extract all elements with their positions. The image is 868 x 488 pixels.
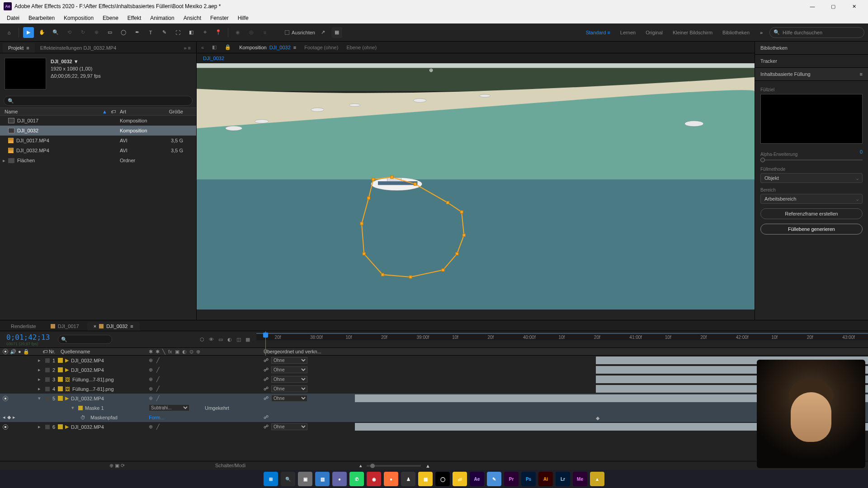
taskbar-app[interactable]: Ae — [470, 472, 484, 486]
content-aware-fill-tab[interactable]: Inhaltsbasierte Füllung≡ — [755, 68, 868, 81]
alpha-value[interactable]: 0 — [860, 149, 863, 157]
ellipse-tool[interactable]: ◯ — [118, 27, 129, 38]
timeline-layer[interactable]: ▸4 🖼Füllung...7-81].png ⊕╱ ☍Ohne — [0, 384, 868, 394]
selection-tool[interactable]: ▶ — [23, 27, 34, 38]
help-search[interactable]: 🔍 Hilfe durchsuchen — [769, 27, 864, 38]
col-size[interactable]: Größe — [160, 109, 188, 114]
timeline-tab-2[interactable]: ×DJI_0032≡ — [87, 322, 140, 331]
taskbar-app[interactable]: Ps — [521, 472, 536, 486]
text-tool[interactable]: T — [145, 27, 156, 38]
timeline-tab-1[interactable]: DJI_0017 — [44, 322, 85, 331]
taskbar-app[interactable]: Lr — [556, 472, 570, 486]
anchor-tool[interactable]: ⊕ — [91, 27, 102, 38]
project-item[interactable]: DJI_0032.MP4AVI3,5 G — [0, 145, 196, 155]
tl-shy-icon[interactable]: 👁 — [209, 337, 214, 343]
tl-graph-icon[interactable]: ⬡ — [200, 337, 204, 343]
viewer-lock[interactable]: 🔒 — [225, 44, 231, 50]
zoom-tool[interactable]: 🔍 — [50, 27, 61, 38]
workspace-original[interactable]: Original — [642, 28, 666, 37]
time-ruler[interactable]: 20f38:00f10f20f39:00f10f20f40:00f10f20f4… — [256, 331, 868, 347]
taskbar-app[interactable]: ◯ — [435, 472, 450, 486]
tl-motion-blur-icon[interactable]: ◐ — [227, 337, 232, 343]
col-type[interactable]: Art — [120, 109, 160, 114]
hand-tool[interactable]: ✋ — [37, 27, 47, 38]
workspace-overflow[interactable]: » — [756, 27, 767, 38]
menu-layer[interactable]: Ebene — [99, 14, 123, 23]
tl-graph-editor-icon[interactable]: ◫ — [236, 337, 241, 343]
timeline-search[interactable]: 🔍 — [58, 335, 112, 344]
col-visibility-icon[interactable] — [3, 349, 8, 354]
comp-breadcrumb[interactable]: DJI_0032 — [197, 53, 755, 63]
taskbar-app[interactable]: ◉ — [367, 472, 381, 486]
puppet-tool[interactable]: 📍 — [213, 27, 224, 38]
project-item[interactable]: ▸FlächenOrdner — [0, 155, 196, 165]
maximize-button[interactable]: ▢ — [823, 0, 844, 13]
menu-composition[interactable]: Komposition — [60, 14, 98, 23]
minimize-button[interactable]: — — [802, 0, 823, 13]
col-parent[interactable]: Übergeordnet und verkn... — [264, 349, 345, 354]
taskbar-app[interactable]: ● — [384, 472, 398, 486]
timeline-layer[interactable]: ▸6 ▶DJI_0032.MP4 ⊕╱ ☍Ohne — [0, 422, 868, 432]
taskbar-app[interactable]: ▲ — [590, 472, 604, 486]
fill-method-dropdown[interactable]: Objekt — [760, 173, 863, 183]
effect-controls-tab[interactable]: Effekteinstellungen DJI_0032.MP4» ≡ — [35, 43, 196, 53]
taskbar-app[interactable]: ● — [332, 472, 347, 486]
menu-window[interactable]: Fenster — [206, 14, 233, 23]
project-item[interactable]: DJI_0017Komposition — [0, 116, 196, 126]
close-button[interactable]: ✕ — [844, 0, 864, 13]
eraser-tool[interactable]: ◧ — [186, 27, 197, 38]
timeline-layer[interactable]: ▸3 🖼Füllung...7-81].png ⊕╱ ☍Ohne — [0, 375, 868, 384]
workspace-standard[interactable]: Standard ≡ — [582, 28, 614, 37]
clone-tool[interactable]: ⛶ — [172, 27, 183, 38]
menu-view[interactable]: Ansicht — [179, 14, 205, 23]
rect-tool[interactable]: ▭ — [104, 27, 115, 38]
timeline-layer[interactable]: ▸2 ▶DJI_0032.MP4 ⊕╱ ☍Ohne — [0, 365, 868, 375]
taskbar-app[interactable]: ▦ — [418, 472, 433, 486]
tab-composition[interactable]: Komposition DJI_0032 ≡ — [239, 45, 296, 50]
pen-tool[interactable]: ✒ — [132, 27, 142, 38]
tracker-tab[interactable]: Tracker — [755, 55, 868, 68]
shape-fill[interactable]: ◉ — [232, 27, 243, 38]
libraries-tab[interactable]: Bibliotheken — [755, 42, 868, 55]
tab-layer[interactable]: Ebene (ohne) — [346, 45, 377, 50]
col-source[interactable]: Quellenname — [58, 349, 146, 354]
roto-tool[interactable]: ✧ — [199, 27, 210, 38]
tl-frame-blend-icon[interactable]: ▭ — [218, 337, 223, 343]
alpha-slider[interactable] — [760, 158, 765, 162]
viewer-back[interactable]: « — [201, 45, 204, 50]
create-reference-frame-button[interactable]: Referenzframe erstellen — [760, 208, 863, 219]
taskbar-app[interactable]: ✎ — [487, 472, 501, 486]
brush-tool[interactable]: ✎ — [159, 27, 170, 38]
timeline-layer[interactable]: ▸1 ▶DJI_0032.MP4 ⊕╱ ☍Ohne — [0, 356, 868, 365]
taskbar-app[interactable]: ✆ — [349, 472, 364, 486]
project-search[interactable]: 🔍 — [4, 96, 193, 106]
menu-help[interactable]: Hilfe — [234, 14, 253, 23]
tab-footage[interactable]: Footage (ohne) — [304, 45, 338, 50]
taskbar-app[interactable]: Pr — [504, 472, 519, 486]
project-tab[interactable]: Projekt ≡ — [3, 43, 35, 53]
snap-checkbox[interactable]: Ausrichten — [285, 30, 315, 35]
toggle-switches-button[interactable]: Schalter/Modi — [215, 463, 245, 469]
taskbar-app[interactable]: Me — [573, 472, 587, 486]
generate-fill-layer-button[interactable]: Füllebene generieren — [760, 224, 863, 235]
home-tool[interactable]: ⌂ — [4, 27, 14, 38]
orbit-tool[interactable]: ⟲ — [64, 27, 75, 38]
timeline-layer[interactable]: ▾5 ▶DJI_0032.MP4 ⊕╱ ☍Ohne — [0, 394, 868, 403]
menu-animation[interactable]: Animation — [146, 14, 178, 23]
mask-path-row[interactable]: ◂◆▸ ⏱Maskenpfad Form...☍ ◆◆ ◆ — [0, 413, 868, 422]
taskbar-app[interactable]: ♟ — [401, 472, 415, 486]
fill-range-dropdown[interactable]: Arbeitsbereich — [760, 194, 863, 204]
project-item[interactable]: DJI_0017.MP4AVI3,5 G — [0, 136, 196, 145]
taskbar-app[interactable]: ▣ — [298, 472, 312, 486]
tl-brain-icon[interactable]: ▦ — [245, 337, 250, 343]
col-name[interactable]: Name — [5, 109, 18, 114]
taskbar-app[interactable]: 📁 — [453, 472, 467, 486]
menu-edit[interactable]: Bearbeiten — [24, 14, 59, 23]
grid-toggle[interactable]: ▦ — [331, 27, 342, 38]
workspace-learn[interactable]: Lernen — [617, 28, 639, 37]
taskbar-app[interactable]: Ai — [538, 472, 553, 486]
menu-file[interactable]: Datei — [3, 14, 24, 23]
current-timecode[interactable]: 0;01;42;13 — [6, 333, 58, 342]
shape-stroke[interactable]: ◎ — [246, 27, 257, 38]
taskbar-app[interactable]: 🔍 — [281, 472, 295, 486]
